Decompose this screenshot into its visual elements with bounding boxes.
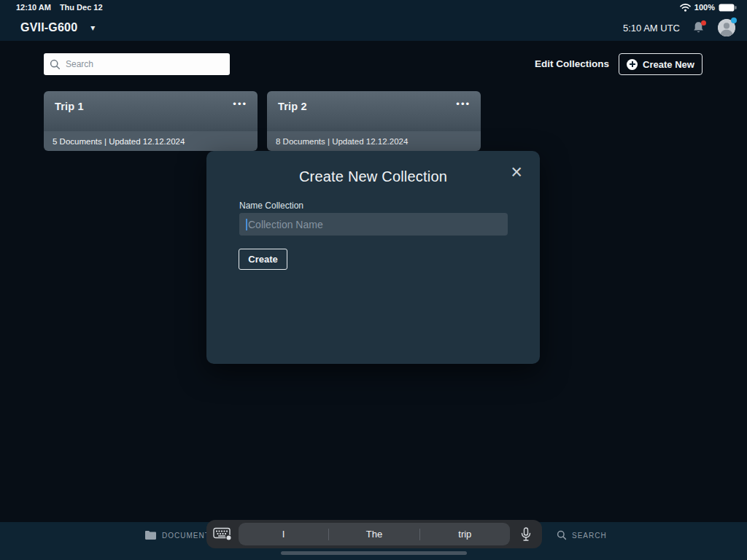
notification-badge [701, 20, 706, 26]
create-new-button[interactable]: Create New [619, 53, 703, 75]
status-right: 100% [680, 3, 737, 12]
microphone-icon [521, 527, 531, 542]
ellipsis-menu-icon[interactable]: ••• [233, 101, 247, 108]
card-header: Trip 1 ••• [44, 91, 258, 131]
keyboard-suggestion-bar: I The trip [206, 520, 542, 548]
tab-documents[interactable]: DOCUMENTS [144, 530, 215, 540]
folder-icon [144, 530, 157, 540]
battery-percent: 100% [694, 3, 715, 12]
create-new-label: Create New [643, 59, 694, 70]
text-cursor [246, 219, 247, 230]
collection-card-trip-2[interactable]: Trip 2 ••• 8 Documents | Updated 12.12.2… [267, 91, 481, 151]
app-header: GVII-G600 ▾ 5:10 AM UTC [0, 15, 747, 41]
top-chrome: 12:10 AM Thu Dec 12 100% [0, 0, 747, 41]
presence-badge [731, 18, 737, 23]
close-icon[interactable]: × [506, 158, 527, 187]
create-collection-modal: Create New Collection × Name Collection … [206, 151, 540, 364]
keyboard-icon [213, 527, 232, 541]
keyboard-shortcuts-button[interactable] [206, 520, 239, 548]
status-bar: 12:10 AM Thu Dec 12 100% [0, 0, 747, 15]
predictive-text-strip: I The trip [239, 523, 510, 545]
suggestion-1[interactable]: I [239, 523, 328, 545]
dictation-button[interactable] [510, 520, 542, 548]
search-tab-label: SEARCH [572, 532, 607, 540]
card-title: Trip 1 [55, 101, 84, 112]
app-screen: 12:10 AM Thu Dec 12 100% [0, 0, 747, 560]
utc-time: 5:10 AM UTC [623, 23, 680, 34]
avatar[interactable] [718, 19, 735, 36]
suggestion-3[interactable]: trip [420, 523, 510, 545]
search-input[interactable] [66, 59, 224, 69]
battery-icon [719, 4, 737, 12]
notifications-button[interactable] [692, 20, 706, 35]
header-right: 5:10 AM UTC [623, 19, 735, 36]
plus-icon [627, 59, 638, 70]
wifi-icon [680, 4, 691, 12]
search-box[interactable] [44, 53, 230, 75]
status-date: Thu Dec 12 [60, 3, 103, 12]
create-button[interactable]: Create [239, 249, 287, 270]
modal-title: Create New Collection [206, 168, 540, 185]
suggestion-2[interactable]: The [329, 523, 419, 545]
chevron-down-icon: ▾ [90, 23, 95, 32]
card-meta: 8 Documents | Updated 12.12.2024 [267, 131, 481, 151]
status-time: 12:10 AM [16, 3, 51, 12]
aircraft-name: GVII-G600 [20, 21, 77, 34]
search-icon [50, 59, 61, 70]
ellipsis-menu-icon[interactable]: ••• [456, 101, 471, 108]
search-icon [557, 530, 567, 540]
tab-search[interactable]: SEARCH [557, 530, 607, 540]
home-indicator[interactable] [281, 551, 467, 555]
card-meta: 5 Documents | Updated 12.12.2024 [44, 131, 258, 151]
status-left: 12:10 AM Thu Dec 12 [16, 3, 103, 12]
edit-collections-button[interactable]: Edit Collections [535, 58, 609, 69]
collection-card-trip-1[interactable]: Trip 1 ••• 5 Documents | Updated 12.12.2… [44, 91, 258, 151]
aircraft-selector[interactable]: GVII-G600 ▾ [20, 21, 95, 34]
collection-name-input[interactable] [239, 213, 508, 236]
name-collection-label: Name Collection [239, 201, 303, 211]
card-header: Trip 2 ••• [267, 91, 481, 131]
card-title: Trip 2 [278, 101, 307, 112]
